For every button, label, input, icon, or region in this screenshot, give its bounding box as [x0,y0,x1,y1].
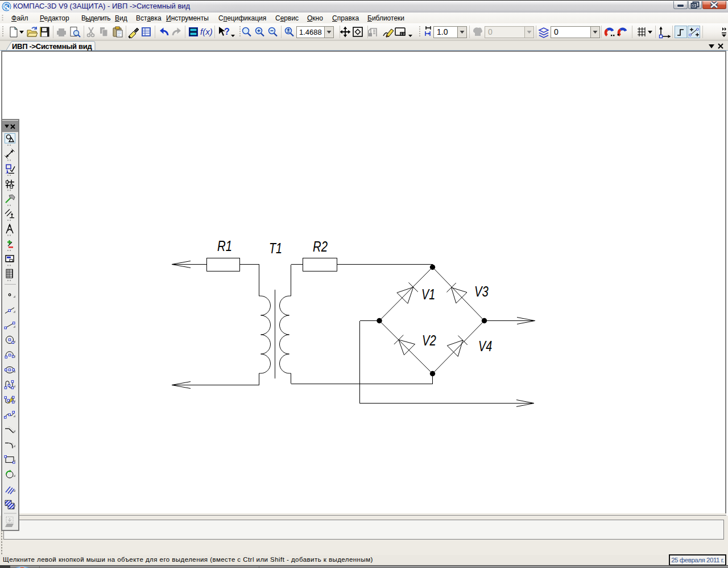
svg-text:?: ? [224,27,230,36]
svg-text:0: 0 [488,27,493,36]
svg-text:1.0: 1.0 [437,27,448,36]
svg-text:0: 0 [554,27,559,36]
svg-text:K: K [4,4,9,10]
svg-text:f(x): f(x) [200,27,213,36]
svg-text:1.4688: 1.4688 [299,28,322,36]
